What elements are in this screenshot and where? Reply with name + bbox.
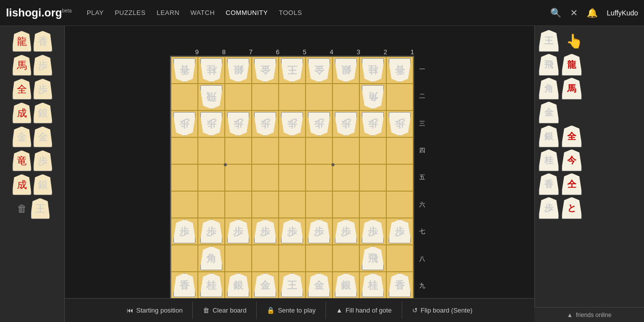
- friends-bar[interactable]: ▲ friends online: [534, 307, 644, 322]
- cell-3-9[interactable]: 歩: [171, 110, 198, 137]
- piece-3[interactable]: 歩: [33, 79, 52, 100]
- cell-9-8[interactable]: 桂: [198, 272, 225, 299]
- hand-bishop-promoted[interactable]: 馬: [562, 78, 582, 100]
- cell-7-4[interactable]: 歩: [306, 218, 332, 245]
- cell-1-4[interactable]: 金: [306, 57, 332, 84]
- piece-lance-1[interactable]: 香: [33, 31, 52, 52]
- cell-7-6[interactable]: 歩: [252, 218, 279, 245]
- cell-1-1[interactable]: 香: [386, 57, 413, 84]
- search-icon[interactable]: 🔍: [550, 7, 561, 18]
- cell-2-9[interactable]: [171, 84, 198, 110]
- cell-5-1[interactable]: [386, 164, 413, 191]
- nav-puzzles[interactable]: PUZZLES: [114, 7, 147, 18]
- cell-5-9[interactable]: [171, 164, 198, 191]
- nav-tools[interactable]: TOOLS: [278, 7, 303, 18]
- cell-5-4[interactable]: [306, 164, 332, 191]
- cell-4-5[interactable]: [279, 137, 306, 164]
- cell-6-6[interactable]: [252, 191, 279, 218]
- cell-8-5[interactable]: [279, 245, 306, 272]
- cell-2-3[interactable]: [332, 84, 359, 110]
- hand-silver-label[interactable]: 銀: [539, 125, 559, 147]
- cell-1-5[interactable]: 王: [279, 57, 306, 84]
- cell-1-3[interactable]: 銀: [332, 57, 359, 84]
- hand-bishop-label[interactable]: 角: [539, 78, 559, 100]
- promoted-piece-4[interactable]: 成: [12, 103, 31, 123]
- cell-4-6[interactable]: [252, 137, 279, 164]
- cell-7-2[interactable]: 歩: [359, 218, 386, 245]
- cell-4-7[interactable]: [225, 137, 252, 164]
- piece-king[interactable]: 王: [31, 198, 50, 219]
- promoted-piece-2[interactable]: 馬: [12, 55, 31, 76]
- cell-8-2[interactable]: 飛: [359, 245, 386, 272]
- cell-8-4[interactable]: [306, 245, 332, 272]
- hand-king[interactable]: 王: [539, 30, 559, 52]
- cell-9-9[interactable]: 香: [171, 272, 198, 299]
- cell-9-2[interactable]: 桂: [359, 272, 386, 299]
- cell-2-4[interactable]: [306, 84, 332, 110]
- cell-2-8[interactable]: 飛: [198, 84, 225, 110]
- promoted-piece-1[interactable]: 龍: [12, 31, 31, 52]
- cell-9-3[interactable]: 銀: [332, 272, 359, 299]
- cell-4-9[interactable]: [171, 137, 198, 164]
- fill-hand-btn[interactable]: ▲ Fill hand of gote: [326, 302, 402, 319]
- cell-9-5[interactable]: 王: [279, 272, 306, 299]
- hand-knight-promoted[interactable]: 今: [562, 149, 582, 171]
- cell-7-3[interactable]: 歩: [332, 218, 359, 245]
- cell-6-1[interactable]: [386, 191, 413, 218]
- cell-5-8[interactable]: [198, 164, 225, 191]
- cell-7-1[interactable]: 歩: [386, 218, 413, 245]
- cell-6-2[interactable]: [359, 191, 386, 218]
- shogi-board[interactable]: 香 桂 銀 金 王 金 銀 桂 香 飛 角: [170, 56, 414, 300]
- cell-5-2[interactable]: [359, 164, 386, 191]
- cell-2-5[interactable]: [279, 84, 306, 110]
- cell-8-1[interactable]: [386, 245, 413, 272]
- piece-5b[interactable]: 金: [33, 126, 52, 147]
- hand-gold[interactable]: 金: [539, 102, 559, 123]
- cell-3-6[interactable]: 歩: [252, 110, 279, 137]
- cell-9-7[interactable]: 銀: [225, 272, 252, 299]
- cell-9-4[interactable]: 金: [306, 272, 332, 299]
- cell-7-7[interactable]: 歩: [225, 218, 252, 245]
- starting-position-btn[interactable]: ⏮ Starting position: [117, 302, 193, 319]
- hand-silver-promoted[interactable]: 全: [562, 125, 582, 147]
- cell-5-7[interactable]: [225, 164, 252, 191]
- cell-5-5[interactable]: [279, 164, 306, 191]
- nav-play[interactable]: PLAY: [86, 7, 105, 18]
- trash-icon[interactable]: 🗑: [15, 201, 29, 216]
- promoted-piece-3[interactable]: 全: [12, 79, 31, 100]
- cell-2-7[interactable]: [225, 84, 252, 110]
- cell-8-8[interactable]: 角: [198, 245, 225, 272]
- nav-learn[interactable]: LEARN: [156, 7, 180, 18]
- cell-4-2[interactable]: [359, 137, 386, 164]
- piece-4[interactable]: 銀: [33, 103, 52, 123]
- hand-pawn-promoted[interactable]: と: [562, 197, 582, 219]
- site-logo[interactable]: lishogi.orgbeta: [6, 6, 72, 19]
- cell-7-5[interactable]: 歩: [279, 218, 306, 245]
- cell-3-2[interactable]: 歩: [359, 110, 386, 137]
- cell-4-4[interactable]: [306, 137, 332, 164]
- cell-3-3[interactable]: 歩: [332, 110, 359, 137]
- cell-9-6[interactable]: 金: [252, 272, 279, 299]
- promoted-piece-6[interactable]: 竜: [12, 150, 31, 171]
- cell-3-1[interactable]: 歩: [386, 110, 413, 137]
- cell-1-6[interactable]: 金: [252, 57, 279, 84]
- cell-6-7[interactable]: [225, 191, 252, 218]
- cell-6-5[interactable]: [279, 191, 306, 218]
- cell-4-1[interactable]: [386, 137, 413, 164]
- cell-1-8[interactable]: 桂: [198, 57, 225, 84]
- cell-8-9[interactable]: [171, 245, 198, 272]
- cell-6-4[interactable]: [306, 191, 332, 218]
- promoted-piece-7[interactable]: 成: [12, 174, 31, 195]
- cell-4-8[interactable]: [198, 137, 225, 164]
- sente-to-play-btn[interactable]: 🔒 Sente to play: [257, 302, 326, 319]
- cell-7-8[interactable]: 歩: [198, 218, 225, 245]
- close-icon[interactable]: ✕: [570, 7, 578, 18]
- cell-2-1[interactable]: [386, 84, 413, 110]
- cell-6-9[interactable]: [171, 191, 198, 218]
- cell-6-8[interactable]: [198, 191, 225, 218]
- cell-1-9[interactable]: 香: [171, 57, 198, 84]
- hand-lance-label[interactable]: 香: [539, 173, 559, 195]
- cell-1-7[interactable]: 銀: [225, 57, 252, 84]
- cell-8-7[interactable]: [225, 245, 252, 272]
- cell-3-4[interactable]: 歩: [306, 110, 332, 137]
